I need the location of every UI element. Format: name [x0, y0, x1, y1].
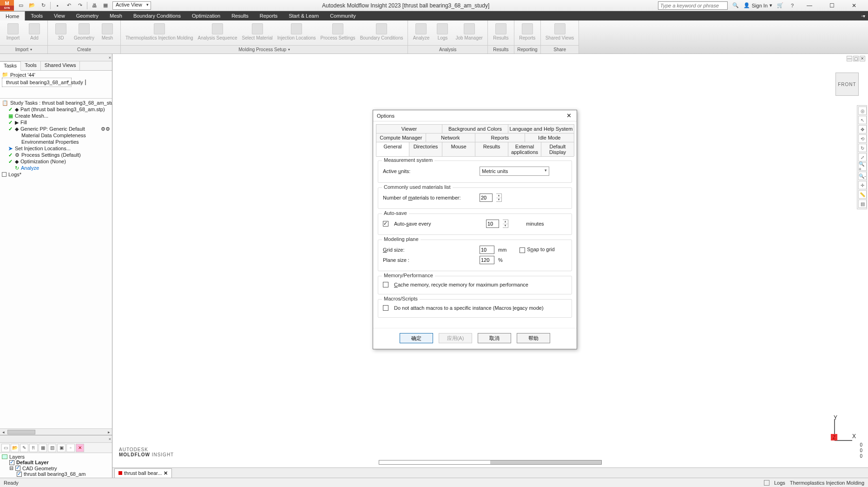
task-row[interactable]: ✓◆Optimization (None) — [2, 158, 110, 165]
materials-spin-input[interactable] — [480, 193, 493, 202]
panel-tab-shared-views[interactable]: Shared Views — [41, 61, 80, 70]
tab-optimization[interactable]: Optimization — [186, 11, 226, 20]
dlg-tab-network[interactable]: Network — [426, 133, 476, 142]
layer-clear-icon[interactable]: ▫ — [66, 444, 75, 452]
qat-undo-icon[interactable]: ↶ — [65, 1, 73, 10]
plane-size-input[interactable] — [480, 256, 494, 264]
spin-buttons[interactable]: ▲▼ — [503, 220, 508, 228]
cart-icon[interactable]: 🛒 — [776, 1, 784, 10]
qat-open-icon[interactable]: 📂 — [28, 1, 36, 10]
dialog-close-icon[interactable]: ✕ — [565, 112, 573, 120]
clipboard-icon[interactable]: ▤ — [858, 200, 867, 208]
status-logs[interactable]: Logs — [774, 480, 785, 486]
dlg-tab-mouse[interactable]: Mouse — [442, 142, 475, 156]
signin-button[interactable]: 👤Sign In▾ — [743, 2, 772, 8]
tree-end-icon[interactable] — [85, 80, 86, 85]
spin-up-icon[interactable]: ▲ — [496, 194, 501, 198]
tab-reports[interactable]: Reports — [254, 11, 283, 20]
project-tree[interactable]: 📁Project '44' thrust ball bearing3_68_am… — [0, 71, 112, 99]
layer-checkbox[interactable] — [15, 466, 20, 471]
qat-print-icon[interactable]: 🖶 — [90, 1, 99, 10]
ribbon-boundary-conditions[interactable]: Boundary Conditions — [358, 22, 405, 41]
layers-root[interactable]: Layers — [2, 454, 110, 460]
panel-tab-tasks[interactable]: Tasks — [0, 61, 21, 71]
tab-mesh[interactable]: Mesh — [104, 11, 128, 20]
dlg-tab-language[interactable]: Language and Help System — [508, 124, 574, 133]
layer-link-icon[interactable]: ⎘ — [29, 444, 38, 452]
maximize-button[interactable]: ☐ — [822, 0, 841, 11]
tree-study[interactable]: thrust ball bearing3_68_am_study — [2, 78, 72, 87]
task-row[interactable]: ✓◆Generic PP: Generic Default⚙⚙ — [2, 126, 110, 132]
help-button[interactable]: 帮助 — [517, 333, 550, 343]
layer-show-icon[interactable]: ▦ — [39, 444, 47, 452]
ribbon-job-manager[interactable]: Job Manager — [454, 22, 484, 41]
qat-refresh-icon[interactable]: ↻ — [39, 1, 47, 10]
layer-delete-icon[interactable]: ✕ — [76, 444, 84, 452]
cursor-icon[interactable]: ↖ — [858, 116, 867, 124]
cache-checkbox[interactable] — [383, 282, 388, 287]
orbit-icon[interactable]: ⟲ — [858, 134, 867, 143]
layer-edit-icon[interactable]: ✎ — [20, 444, 28, 452]
dlg-tab-viewer[interactable]: Viewer — [376, 124, 442, 133]
ribbon-group-molding[interactable]: Molding Process Setup — [121, 45, 408, 53]
layer-checkbox[interactable] — [9, 460, 14, 465]
scroll-left-icon[interactable]: ◂ — [0, 430, 7, 434]
task-row[interactable]: ▦Create Mesh... — [2, 113, 110, 119]
zoom-fit-icon[interactable]: ⤢ — [858, 153, 867, 161]
ribbon-reports[interactable]: Reports — [517, 22, 538, 41]
vp-close-icon[interactable]: ✕ — [860, 56, 865, 61]
ribbon-add[interactable]: Add — [24, 22, 45, 41]
ok-button[interactable]: 确定 — [400, 333, 433, 343]
cancel-button[interactable]: 取消 — [478, 333, 511, 343]
ribbon-import[interactable]: Import — [3, 22, 23, 41]
dlg-tab-background[interactable]: Background and Colors — [442, 124, 508, 133]
document-tab[interactable]: thrust ball bear...✕ — [114, 468, 172, 478]
measure-icon[interactable]: 📏 — [858, 190, 867, 199]
layer-hide-icon[interactable]: ▧ — [48, 444, 56, 452]
qat-new-icon[interactable]: ▭ — [17, 1, 25, 10]
layer-select-icon[interactable]: ▣ — [57, 444, 66, 452]
search-input[interactable] — [658, 1, 728, 10]
qat-save-icon[interactable]: ▪ — [53, 1, 62, 10]
minimize-button[interactable]: — — [800, 0, 819, 11]
spin-up-icon[interactable]: ▲ — [503, 220, 508, 224]
dlg-tab-results[interactable]: Results — [475, 142, 508, 156]
dialog-titlebar[interactable]: Options ✕ — [373, 110, 577, 121]
horizontal-scrollbar[interactable]: ◂▸ — [0, 428, 112, 435]
gear-cluster-icon[interactable]: ⚙⚙ — [101, 126, 110, 132]
spin-down-icon[interactable]: ▼ — [496, 198, 501, 202]
vp-min-icon[interactable]: — — [847, 56, 852, 61]
tab-close-icon[interactable]: ✕ — [164, 470, 168, 476]
viewport[interactable]: — ▢ ✕ FRONT ◎ ↖ ✥ ⟲ ↻ ⤢ 🔍+ 🔍- ✛ 📏 ▤ AUTO… — [112, 54, 868, 478]
dlg-tab-directories[interactable]: Directories — [409, 142, 442, 156]
spin-down-icon[interactable]: ▼ — [503, 224, 508, 228]
qat-image-icon[interactable]: ▦ — [101, 1, 110, 10]
center-icon[interactable]: ✛ — [858, 181, 867, 189]
task-row[interactable]: ➤Set Injection Locations... — [2, 145, 110, 152]
viewcube[interactable]: FRONT — [835, 73, 859, 96]
ribbon-geometry[interactable]: Geometry — [72, 22, 96, 41]
tab-boundary-conditions[interactable]: Boundary Conditions — [128, 11, 186, 20]
ribbon-process-settings[interactable]: Process Settings — [319, 22, 357, 41]
macros-checkbox[interactable] — [383, 305, 388, 311]
ribbon-injection-locations[interactable]: Injection Locations — [276, 22, 318, 41]
task-row[interactable]: ✓◆Part (thrust ball bearing3_68_am.stp) — [2, 106, 110, 113]
close-button[interactable]: ✕ — [845, 0, 863, 11]
tab-start-learn[interactable]: Start & Learn — [283, 11, 324, 20]
logs-status-icon[interactable] — [764, 480, 769, 486]
autosave-checkbox[interactable] — [383, 221, 388, 227]
tree-project[interactable]: 📁Project '44' — [2, 72, 110, 78]
task-row[interactable]: ✓▶Fill — [2, 119, 110, 126]
layers-tree[interactable]: Layers Default Layer ⊟CAD Geometry thrus… — [0, 453, 112, 478]
dlg-tab-reports[interactable]: Reports — [475, 133, 525, 142]
snap-checkbox[interactable] — [519, 247, 525, 253]
dlg-tab-external[interactable]: External applications — [508, 142, 541, 156]
ribbon-3d[interactable]: 3D — [51, 22, 71, 41]
layer-row[interactable]: thrust ball bearing3_68_am — [2, 471, 110, 477]
ribbon-results[interactable]: Results — [491, 22, 511, 41]
zoom-out-icon[interactable]: 🔍- — [858, 172, 867, 180]
ribbon-group-import[interactable]: Import — [0, 45, 47, 53]
tab-home[interactable]: Home — [0, 11, 25, 20]
ribbon-analyze[interactable]: Analyze — [411, 22, 431, 41]
dlg-tab-general[interactable]: General — [376, 142, 409, 156]
